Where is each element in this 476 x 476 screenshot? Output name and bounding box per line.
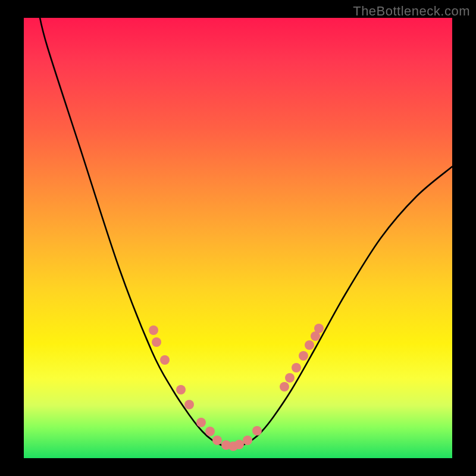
marker-dot (152, 337, 161, 347)
marker-dot (205, 427, 215, 436)
watermark-text: TheBottleneck.com (353, 4, 470, 19)
marker-dot (280, 382, 289, 392)
marker-dot (305, 340, 314, 350)
marker-dot (160, 355, 170, 365)
marker-dot (292, 363, 301, 372)
marker-dot (196, 418, 206, 427)
marker-dot (212, 436, 222, 445)
marker-dot (149, 325, 158, 335)
marker-dot (234, 440, 244, 449)
marker-dot (252, 426, 262, 436)
marker-dot (314, 324, 324, 333)
marker-dot (176, 385, 186, 394)
marker-dot (243, 436, 252, 445)
marker-dot (285, 373, 295, 383)
plot-area (24, 18, 452, 458)
chart-container: TheBottleneck.com (0, 0, 476, 476)
curve-svg (24, 18, 452, 458)
marker-dot (184, 400, 194, 409)
marker-dots (149, 324, 324, 451)
bottleneck-curve (39, 12, 452, 447)
marker-dot (299, 351, 308, 361)
